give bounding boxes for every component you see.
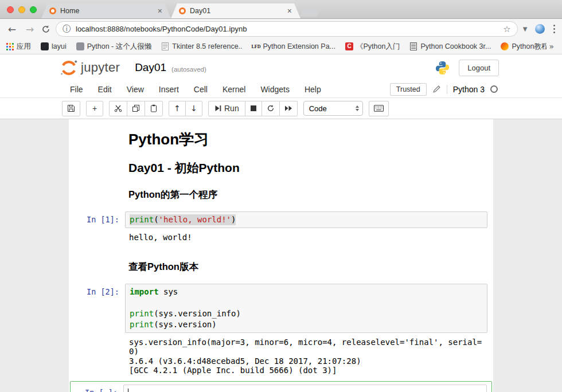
minimize-window-button[interactable] xyxy=(18,6,25,13)
jupyter-logo-text: jupyter xyxy=(81,60,120,75)
jupyter-logo[interactable]: jupyter xyxy=(60,60,120,76)
download-arrow-icon[interactable]: ▼ xyxy=(523,26,528,32)
bookmarks-overflow-icon[interactable]: » xyxy=(547,42,556,51)
notebook-scroll-area[interactable]: Python学习 Day01 - 初始Python Python的第一个程序 I… xyxy=(0,119,562,392)
bookmarks-bar: 应用layuiPython - 这个人很懒Tkinter 8.5 referen… xyxy=(0,39,562,54)
logout-button[interactable]: Logout xyxy=(459,60,499,76)
heading-check-version: 查看Python版本 xyxy=(128,261,490,272)
menu-item-edit[interactable]: Edit xyxy=(91,85,119,94)
move-cell-down-button[interactable]: ↓ xyxy=(185,101,202,116)
notebook-container: Python学习 Day01 - 初始Python Python的第一个程序 I… xyxy=(69,119,493,392)
markdown-cell[interactable]: Python学习 xyxy=(69,126,493,151)
close-window-button[interactable] xyxy=(7,6,14,13)
bookmark-star-icon[interactable]: ☆ xyxy=(503,24,510,34)
bookmark-python-blog[interactable]: Python - 这个人很懒 xyxy=(76,42,152,52)
code-editor[interactable] xyxy=(123,385,487,392)
jupyter-header: jupyter Day01 (autosaved) Logout xyxy=(0,54,562,81)
keyboard-icon xyxy=(374,105,384,112)
code-cell-1[interactable]: In [1]: print('hello, world!') xyxy=(69,208,493,232)
autosave-status: (autosaved) xyxy=(171,63,206,73)
menu-item-cell[interactable]: Cell xyxy=(186,85,215,94)
tab-close-icon[interactable]: × xyxy=(287,7,292,15)
restart-run-all-button[interactable] xyxy=(279,101,298,116)
restart-icon xyxy=(267,104,275,112)
code-cell-2[interactable]: In [2]: import sys print(sys.version_inf… xyxy=(69,280,493,336)
input-prompt: In [1]: xyxy=(69,211,125,228)
menu-item-insert[interactable]: Insert xyxy=(151,85,186,94)
tab-title: Home xyxy=(60,7,157,15)
menu-items: FileEditViewInsertCellKernelWidgetsHelp xyxy=(63,85,329,94)
command-palette-button[interactable] xyxy=(369,101,389,116)
markdown-cell[interactable]: Day01 - 初始Python xyxy=(69,151,493,178)
heading-python-study: Python学习 xyxy=(128,131,490,148)
bookmark-lfd-icon: LFD xyxy=(252,42,260,50)
bookmark-label: layui xyxy=(52,42,67,50)
markdown-cell[interactable]: 查看Python版本 xyxy=(69,246,493,280)
code-editor[interactable]: print('hello, world!') xyxy=(125,211,487,228)
markdown-cell[interactable]: Python的第一个程序 xyxy=(69,178,493,208)
text-cursor xyxy=(128,389,128,392)
menu-item-file[interactable]: File xyxy=(63,85,91,94)
bookmark-python-rumen[interactable]: C《Python入门 xyxy=(345,42,400,52)
bookmark-apps[interactable]: 应用 xyxy=(6,42,31,52)
code-editor[interactable]: import sys print(sys.version_info)print(… xyxy=(125,284,487,333)
forward-button[interactable]: → xyxy=(24,23,36,35)
bookmark-python-cookbook[interactable]: Python Cookbook 3r... xyxy=(409,42,491,50)
bookmark-layui[interactable]: layui xyxy=(41,42,67,50)
reload-button[interactable] xyxy=(41,25,50,34)
menu-item-view[interactable]: View xyxy=(119,85,151,94)
tab-close-icon[interactable]: × xyxy=(157,7,163,15)
save-icon xyxy=(67,104,75,112)
output-text: sys.version_info(major=3, minor=6, micro… xyxy=(125,336,487,377)
browser-tab-day01[interactable]: Day01 × xyxy=(171,3,300,18)
bookmark-label: 应用 xyxy=(17,42,31,52)
bookmark-python-tutorial[interactable]: Python教程 xyxy=(501,42,547,52)
bookmark-tkinter-reference[interactable]: Tkinter 8.5 reference.. xyxy=(161,42,242,50)
browser-window: Home × Day01 × ← → ⓘ localhost:8888/note… xyxy=(0,0,562,392)
bookmark-label: Python Extension Pa... xyxy=(263,42,335,50)
trusted-button[interactable]: Trusted xyxy=(390,83,427,96)
tab-strip: Home × Day01 × xyxy=(41,3,319,18)
move-cell-up-button[interactable]: ↑ xyxy=(169,101,186,116)
back-button[interactable]: ← xyxy=(6,23,18,35)
notebook-title[interactable]: Day01 xyxy=(135,61,166,74)
address-bar[interactable]: ⓘ localhost:8888/notebooks/PythonCode/Da… xyxy=(56,21,518,37)
new-tab-button[interactable] xyxy=(299,8,321,17)
zoom-window-button[interactable] xyxy=(30,6,37,13)
jupyter-favicon-icon xyxy=(49,7,56,14)
bookmark-label: Python Cookbook 3r... xyxy=(420,42,491,50)
menu-item-help[interactable]: Help xyxy=(297,85,329,94)
bookmark-apps-icon xyxy=(6,42,14,50)
menu-item-kernel[interactable]: Kernel xyxy=(215,85,253,94)
reload-icon xyxy=(41,25,50,34)
titlebar: Home × Day01 × xyxy=(0,0,562,19)
input-prompt: In [2]: xyxy=(69,284,125,333)
bookmark-label: Python教程 xyxy=(512,42,547,52)
add-cell-button[interactable]: + xyxy=(86,101,103,116)
scissors-icon xyxy=(114,104,122,112)
globe-extension-icon[interactable] xyxy=(535,24,545,34)
run-button[interactable]: Run xyxy=(208,101,245,116)
output-area: hello, world! xyxy=(69,232,493,246)
empty-cell-selected[interactable]: In [ ]: xyxy=(70,381,492,392)
save-button[interactable] xyxy=(62,101,80,116)
interrupt-kernel-button[interactable] xyxy=(245,101,262,116)
menubar-right: Trusted Python 3 xyxy=(390,83,498,96)
menu-item-widgets[interactable]: Widgets xyxy=(253,85,297,94)
bookmark-gray-square-icon xyxy=(76,42,84,50)
bookmark-python-extension[interactable]: LFDPython Extension Pa... xyxy=(252,42,335,50)
paste-cell-button[interactable] xyxy=(145,101,163,116)
cut-cell-button[interactable] xyxy=(109,101,127,116)
overflow-menu-icon[interactable] xyxy=(552,23,557,35)
pencil-icon[interactable] xyxy=(432,85,441,93)
toolbar-right: ▼ xyxy=(523,23,556,35)
run-icon xyxy=(214,105,221,112)
url-text[interactable]: localhost:8888/notebooks/PythonCode/Day0… xyxy=(76,25,498,33)
cell-type-value: Code xyxy=(309,104,327,113)
page-info-icon[interactable]: ⓘ xyxy=(63,24,71,34)
restart-kernel-button[interactable] xyxy=(262,101,280,116)
jupyter-logo-icon xyxy=(60,60,78,76)
copy-cell-button[interactable] xyxy=(127,101,145,116)
browser-tab-home[interactable]: Home × xyxy=(41,3,171,18)
cell-type-select[interactable]: Code xyxy=(303,101,363,116)
